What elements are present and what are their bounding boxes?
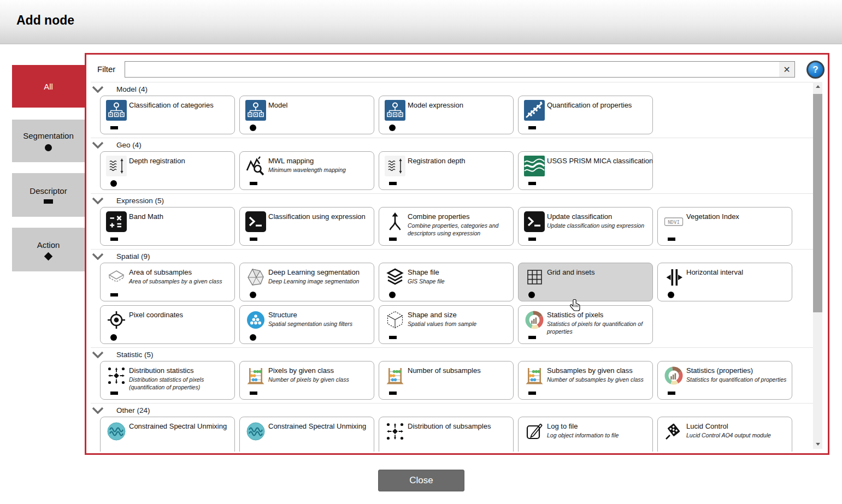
section-model-4: Model (4)Classification of categoriesMod… [91,82,813,134]
section-header[interactable]: Geo (4) [91,138,813,151]
chevron-down-icon[interactable] [92,407,104,414]
tile-pixel-coordinates[interactable]: Pixel coordinates [100,305,235,344]
distribution-icon [106,365,127,386]
scroll-down-icon[interactable] [813,440,822,449]
tile-statistics-of-pixels[interactable]: Statistics of pixelsStatistics of pixels… [518,305,653,344]
section-header[interactable]: Model (4) [91,82,813,95]
section-header[interactable]: Other (24) [91,403,813,416]
section-label: Model (4) [116,85,148,93]
tile-subtitle: Number of pixels by given class [268,376,371,384]
terminal-icon [245,211,266,232]
vertical-scrollbar[interactable] [813,82,822,449]
tile-band-math[interactable]: Band Math [100,207,235,246]
tile-model-expression[interactable]: Model expression [379,96,514,134]
tile-title: MWL mapping [268,157,372,165]
svg-text:NDVI: NDVI [668,220,680,225]
sidebar-item-segmentation[interactable]: Segmentation [12,120,85,162]
model-tree-icon [245,100,266,121]
tile-subtitle: Distribution statistics of pixels (quant… [129,376,232,391]
tile-distribution-of-subsamples[interactable]: Distribution of subsamples [379,417,514,452]
tile-text: Pixel coordinates [129,311,232,319]
tile-statistics-properties[interactable]: Statistics (properties)Statistics for qu… [657,361,792,400]
tile-classification-of-categories[interactable]: Classification of categories [100,96,235,134]
sidebar-item-action[interactable]: Action [12,228,85,271]
tile-quantification-of-properties[interactable]: Quantification of properties [518,96,653,134]
spectral-waves-icon [106,421,127,442]
chevron-down-icon[interactable] [92,253,104,260]
tile-vegetation-index[interactable]: NDVIVegetation Index [657,207,792,246]
section-header[interactable]: Expression (5) [91,193,813,206]
tile-title: Depth registration [129,157,232,165]
tile-update-classification[interactable]: Update classificationUpdate classificati… [518,207,653,246]
tile-title: Grid and insets [547,268,650,276]
stacked-diamonds-icon [385,267,405,288]
chevron-down-icon[interactable] [92,197,104,204]
tile-pixels-by-given-class[interactable]: Pixels by given classNumber of pixels by… [239,361,374,400]
tile-subtitle: Update classification using expression [547,222,650,230]
distribution-icon [385,421,405,442]
section-geo-4: Geo (4)Depth registrationMWL mappingMini… [91,138,813,190]
tile-text: Registration depth [408,157,511,165]
chevron-down-icon[interactable] [92,141,104,149]
tile-title: Classification using expression [268,212,372,221]
tile-subsamples-by-given-class[interactable]: Subsamples by given classNumber of subsa… [518,361,653,400]
dash-marker-icon [110,126,118,129]
tile-horizontal-interval[interactable]: Horizontal interval [657,263,792,301]
tile-model[interactable]: Model [239,96,374,134]
tile-text: Lucid ControlLucid Control AO4 output mo… [686,422,790,440]
tile-title: Quantification of properties [547,101,650,109]
tile-number-of-subsamples[interactable]: Number of subsamples [379,361,514,400]
tile-constrained-spectral-unmixing[interactable]: Constrained Spectral Unmixing [100,417,235,452]
tile-mwl-mapping[interactable]: MWL mappingMinimum wavelength mapping [239,151,374,190]
tile-subtitle: Spatial segmentation using filters [268,321,371,328]
circle-marker-icon [250,292,256,298]
tile-classification-using-expression[interactable]: Classification using expression [239,207,374,246]
tile-depth-registration[interactable]: Depth registration [100,151,235,190]
tile-combine-properties[interactable]: Combine propertiesCombine properties, ca… [379,207,514,246]
circle-marker-icon [528,292,535,298]
scrollbar-thumb[interactable] [813,94,822,312]
dash-marker-icon [250,182,257,185]
section-header[interactable]: Statistic (5) [91,347,813,360]
node-list: Model (4)Classification of categoriesMod… [91,82,813,452]
tile-subtitle: Spatial values from sample [408,321,510,328]
tile-distribution-statistics[interactable]: Distribution statisticsDistribution stat… [100,361,235,400]
tile-text: Statistics of pixelsStatistics of pixels… [547,311,650,335]
model-tree-icon [385,100,405,121]
tile-structure[interactable]: StructureSpatial segmentation using filt… [239,305,374,344]
abacus-icon [245,365,266,386]
tile-constrained-spectral-unmixing[interactable]: Constrained Spectral Unmixing [239,417,374,452]
tile-text: Subsamples by given classNumber of subsa… [547,366,650,384]
tile-usgs-prism-mica-classification[interactable]: USGS PRISM MICA classification [518,151,653,190]
tile-registration-depth[interactable]: Registration depth [379,151,514,190]
sidebar-item-all[interactable]: All [12,65,85,108]
merge-arrow-icon [385,211,405,232]
tile-text: Horizontal interval [686,268,790,276]
chevron-down-icon[interactable] [92,86,104,93]
tile-grid: Constrained Spectral UnmixingConstrained… [100,417,802,452]
dash-marker-icon [250,392,257,395]
tile-area-of-subsamples[interactable]: Area of subsamplesArea of subsamples by … [100,263,235,301]
tile-title: Pixel coordinates [129,311,232,319]
lucid-plug-icon [663,421,684,442]
tile-deep-learning-segmentation[interactable]: Deep Learning segmentationDeep Learning … [239,263,374,301]
sidebar-item-descriptor[interactable]: Descriptor [12,173,85,217]
tile-lucid-control[interactable]: Lucid ControlLucid Control AO4 output mo… [657,417,792,452]
close-button[interactable]: Close [378,470,464,491]
scroll-up-icon[interactable] [813,82,822,91]
help-button[interactable]: ? [806,61,825,79]
tile-grid-and-insets[interactable]: Grid and insets [518,263,653,301]
cube-dashed-icon [385,310,405,330]
dash-marker-icon [44,199,53,204]
tile-shape-file[interactable]: Shape fileGIS Shape file [379,263,514,301]
section-header[interactable]: Spatial (9) [91,249,813,262]
tile-log-to-file[interactable]: Log to fileLog object information to fil… [518,417,653,452]
chevron-down-icon[interactable] [92,351,104,358]
tile-text: Shape and sizeSpatial values from sample [408,311,511,328]
depth-waves-icon [106,156,127,176]
section-expression-5: Expression (5)Band MathClassification us… [91,193,813,246]
circle-marker-icon [389,124,396,131]
filter-input[interactable] [125,62,779,77]
clear-filter-icon[interactable]: ✕ [779,62,794,77]
tile-shape-and-size[interactable]: Shape and sizeSpatial values from sample [379,305,514,344]
